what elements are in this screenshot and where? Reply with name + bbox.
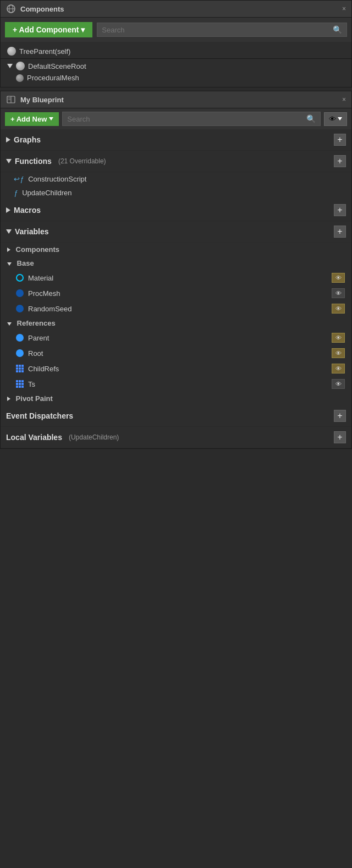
blueprint-book-icon (6, 95, 16, 105)
vargroup-pivotpaint-icon (7, 397, 10, 401)
procmesh-eye-badge[interactable]: 👁 (332, 288, 345, 298)
section-macros-left: Macros (6, 206, 41, 215)
section-macros[interactable]: Macros + (1, 200, 351, 221)
root-dot-icon (16, 349, 24, 357)
tree-item-defaultsceneroot[interactable]: DefaultSceneRoot (1, 60, 351, 72)
var-item-root[interactable]: Root 👁 (1, 345, 351, 361)
graphs-label: Graphs (14, 135, 41, 144)
variables-add-button[interactable]: + (334, 226, 346, 238)
components-panel-title: Components (6, 4, 64, 14)
macros-label: Macros (14, 206, 41, 215)
eye-dropdown-arrow (338, 117, 342, 120)
vargroup-pivotpaint: Pivot Paint (1, 392, 351, 405)
section-functions[interactable]: Functions (21 Overridable) + (1, 151, 351, 172)
procmesh-dot-icon (16, 289, 24, 297)
ts-label: Ts (28, 380, 35, 388)
var-item-childrefs[interactable]: ChildRefs 👁 (1, 361, 351, 376)
components-title-text: Components (20, 5, 64, 13)
material-eye-badge[interactable]: 👁 (332, 273, 345, 283)
vargroup-components: Components (1, 243, 351, 256)
randomseed-label: RandomSeed (28, 305, 72, 313)
blueprint-panel-title: My Blueprint (6, 95, 64, 105)
section-event-dispatchers[interactable]: Event Dispatchers + (1, 405, 351, 427)
construction-script-label: ConstructionScript (28, 175, 86, 183)
components-panel: Components × + Add Component ▾ 🔍 TreePar… (0, 0, 352, 87)
add-new-label: + Add New (10, 115, 47, 123)
construction-script-icon: ↩ƒ (14, 175, 24, 183)
section-graphs-left: Graphs (6, 135, 41, 144)
var-item-procmesh[interactable]: ProcMesh 👁 (1, 285, 351, 301)
defaultsceneroot-label: DefaultSceneRoot (28, 62, 86, 70)
section-local-variables[interactable]: Local Variables (UpdateChildren) + (1, 427, 351, 448)
var-item-parent[interactable]: Parent 👁 (1, 330, 351, 345)
blueprint-eye-filter-button[interactable]: 👁 (324, 112, 347, 126)
blueprint-search-box: 🔍 (62, 112, 321, 126)
functions-sublabel: (21 Overridable) (58, 157, 106, 165)
eye-filter-icon: 👁 (329, 115, 336, 123)
components-search-input[interactable] (102, 26, 333, 34)
blueprint-search-icon: 🔍 (306, 114, 316, 123)
section-variables[interactable]: Variables + (1, 221, 351, 243)
parent-label: Parent (28, 334, 49, 342)
randomseed-eye-badge[interactable]: 👁 (332, 304, 345, 314)
add-new-button[interactable]: + Add New (5, 112, 59, 126)
func-item-updatechildren[interactable]: ƒ UpdateChildren (1, 186, 351, 200)
event-dispatchers-label: Event Dispatchers (6, 411, 73, 420)
section-variables-left: Variables (6, 227, 49, 236)
components-panel-header: Components × (1, 1, 351, 18)
proceduralmesh-sphere-icon (16, 74, 24, 82)
local-variables-label: Local Variables (6, 433, 62, 442)
proceduralmesh-label: ProceduralMesh (27, 74, 79, 82)
parent-eye-badge[interactable]: 👁 (332, 333, 345, 343)
event-dispatchers-add-button[interactable]: + (334, 410, 346, 422)
ts-eye-badge[interactable]: 👁 (332, 379, 345, 389)
blueprint-close-button[interactable]: × (342, 96, 346, 103)
variables-expand-icon (6, 229, 12, 234)
parent-dot-icon (16, 334, 24, 342)
macros-expand-icon (6, 207, 10, 213)
functions-add-button[interactable]: + (334, 155, 346, 167)
material-label: Material (28, 274, 53, 282)
components-icon (6, 4, 16, 14)
functions-expand-icon (6, 159, 12, 163)
randomseed-dot-icon (16, 305, 24, 312)
vargroup-references: References (1, 316, 351, 330)
root-eye-badge[interactable]: 👁 (332, 348, 345, 358)
var-item-material[interactable]: Material 👁 (1, 270, 351, 285)
update-children-label: UpdateChildren (22, 189, 72, 197)
local-variables-sublabel: (UpdateChildren) (69, 433, 119, 441)
var-item-randomseed[interactable]: RandomSeed 👁 (1, 301, 351, 316)
graphs-add-button[interactable]: + (334, 134, 346, 146)
components-search-box: 🔍 (97, 23, 347, 37)
components-toolbar: + Add Component ▾ 🔍 (1, 18, 351, 42)
blueprint-toolbar: + Add New 🔍 👁 (1, 108, 351, 129)
defaultsceneroot-sphere-icon (16, 62, 25, 70)
functions-label: Functions (15, 157, 52, 166)
material-dot-icon (16, 274, 24, 282)
blueprint-panel: My Blueprint × + Add New 🔍 👁 Graphs + Fu… (0, 91, 352, 449)
tree-item-treeparent[interactable]: TreeParent(self) (1, 45, 351, 57)
section-event-dispatchers-left: Event Dispatchers (6, 411, 73, 420)
vargroup-references-icon (7, 322, 12, 326)
childrefs-grid-icon (16, 365, 24, 372)
treeparent-sphere-icon (7, 47, 16, 56)
section-functions-left: Functions (21 Overridable) (6, 157, 106, 166)
vargroup-base: Base (1, 256, 351, 270)
components-close-button[interactable]: × (342, 5, 346, 13)
func-item-constructionscript[interactable]: ↩ƒ ConstructionScript (1, 172, 351, 186)
blueprint-title-text: My Blueprint (20, 96, 64, 104)
macros-add-button[interactable]: + (334, 204, 346, 216)
vargroup-components-icon (7, 248, 10, 252)
childrefs-eye-badge[interactable]: 👁 (332, 364, 345, 373)
tree-item-proceduralmesh[interactable]: ProceduralMesh (1, 72, 351, 84)
blueprint-panel-header: My Blueprint × (1, 91, 351, 108)
blueprint-search-input[interactable] (67, 115, 306, 123)
procmesh-label: ProcMesh (28, 289, 61, 298)
ts-grid-icon (16, 380, 24, 388)
section-local-variables-left: Local Variables (UpdateChildren) (6, 433, 119, 442)
local-variables-add-button[interactable]: + (334, 431, 346, 443)
add-component-button[interactable]: + Add Component ▾ (5, 22, 92, 37)
var-item-ts[interactable]: Ts 👁 (1, 376, 351, 392)
section-graphs[interactable]: Graphs + (1, 129, 351, 151)
add-new-dropdown-arrow (49, 117, 53, 120)
